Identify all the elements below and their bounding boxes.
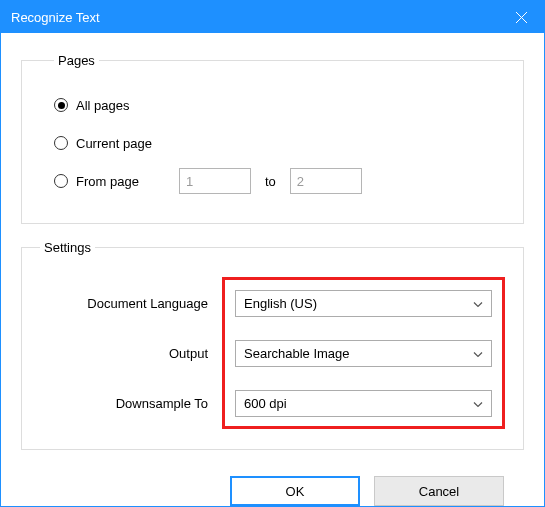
ok-button[interactable]: OK	[230, 476, 360, 506]
output-label: Output	[40, 346, 222, 361]
radio-label: Current page	[76, 136, 152, 151]
to-label: to	[265, 174, 276, 189]
chevron-down-icon	[473, 296, 483, 311]
button-row: OK Cancel	[21, 466, 524, 506]
output-select[interactable]: Searchable Image	[235, 340, 492, 367]
chevron-down-icon	[473, 346, 483, 361]
dialog-window: Recognize Text Pages All pages Current p…	[0, 0, 545, 507]
language-select[interactable]: English (US)	[235, 290, 492, 317]
from-page-input[interactable]	[179, 168, 251, 194]
window-title: Recognize Text	[11, 10, 499, 25]
cancel-button[interactable]: Cancel	[374, 476, 504, 506]
pages-group: Pages All pages Current page From page t…	[21, 53, 524, 224]
radio-all-pages[interactable]: All pages	[54, 93, 505, 117]
close-button[interactable]	[499, 1, 544, 33]
close-icon	[516, 12, 527, 23]
page-range-inputs: to	[179, 168, 362, 194]
to-page-input[interactable]	[290, 168, 362, 194]
setting-row-language: Document Language English (US)	[235, 288, 492, 318]
settings-legend: Settings	[40, 240, 95, 255]
titlebar: Recognize Text	[1, 1, 544, 33]
radio-label: From page	[76, 174, 139, 189]
dialog-body: Pages All pages Current page From page t…	[1, 33, 544, 507]
radio-current-page[interactable]: Current page	[54, 131, 505, 155]
radio-icon	[54, 98, 68, 112]
chevron-down-icon	[473, 396, 483, 411]
setting-row-downsample: Downsample To 600 dpi	[235, 388, 492, 418]
radio-icon	[54, 136, 68, 150]
radio-icon	[54, 174, 68, 188]
downsample-select[interactable]: 600 dpi	[235, 390, 492, 417]
select-value: 600 dpi	[244, 396, 287, 411]
highlight-annotation: Document Language English (US) Output Se…	[222, 277, 505, 429]
pages-legend: Pages	[54, 53, 99, 68]
settings-group: Settings Document Language English (US) …	[21, 240, 524, 450]
language-label: Document Language	[40, 296, 222, 311]
select-value: Searchable Image	[244, 346, 350, 361]
select-value: English (US)	[244, 296, 317, 311]
setting-row-output: Output Searchable Image	[235, 338, 492, 368]
radio-from-page[interactable]: From page to	[54, 169, 505, 193]
downsample-label: Downsample To	[40, 396, 222, 411]
radio-label: All pages	[76, 98, 129, 113]
